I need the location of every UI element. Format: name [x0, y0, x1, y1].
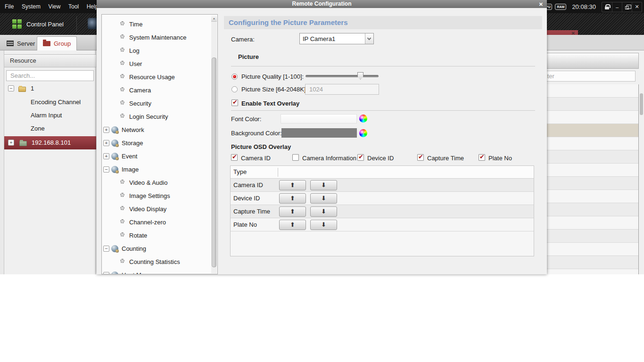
- right-scrollbar[interactable]: [640, 71, 643, 274]
- background-color-swatch[interactable]: [281, 128, 357, 138]
- background-color-picker-icon[interactable]: [359, 129, 367, 137]
- list-item[interactable]: [537, 111, 638, 124]
- list-item[interactable]: [537, 230, 638, 243]
- right-scrollbar-thumb[interactable]: [640, 93, 643, 115]
- slider-thumb[interactable]: [357, 72, 363, 80]
- dialog-tree-item-counting-statistics[interactable]: Counting Statistics: [102, 255, 210, 269]
- list-item[interactable]: [537, 216, 638, 230]
- device-id-checkbox[interactable]: ✔: [357, 154, 364, 161]
- move-down-button[interactable]: ⬇: [310, 206, 337, 217]
- dialog-tree-item-image[interactable]: −Image: [102, 163, 210, 176]
- dialog-tree-item-heat-map[interactable]: −Heat Map: [102, 269, 210, 274]
- dialog-titlebar[interactable]: Remote Configuration ✕: [97, 0, 547, 8]
- dialog-tree-scrollbar-thumb[interactable]: [212, 58, 216, 267]
- tree-item-zone[interactable]: Zone: [4, 122, 96, 135]
- expand-icon[interactable]: +: [8, 140, 14, 146]
- dialog-tree-item-rotate[interactable]: Rotate: [102, 229, 210, 242]
- left-panel-margin: [0, 50, 4, 274]
- list-item[interactable]: [537, 177, 638, 190]
- picture-size-input[interactable]: 1024: [305, 84, 379, 95]
- dialog-tree-item-user[interactable]: User: [102, 58, 210, 71]
- dialog-tree-item-log[interactable]: Log: [102, 44, 210, 58]
- menu-tool[interactable]: Tool: [68, 0, 79, 10]
- control-panel-label: Control Panel: [26, 21, 64, 28]
- dialog-tree-item-network[interactable]: +Network: [102, 123, 210, 137]
- list-item[interactable]: [537, 190, 638, 203]
- collapse-icon[interactable]: −: [103, 272, 109, 274]
- picture-quality-slider[interactable]: [305, 75, 379, 77]
- list-item[interactable]: [537, 243, 638, 256]
- combo-dropdown-button[interactable]: [365, 33, 373, 44]
- list-item[interactable]: [537, 150, 638, 164]
- menu-file[interactable]: File: [5, 0, 14, 10]
- capture-time-checkbox[interactable]: ✔: [417, 154, 424, 161]
- collapse-icon[interactable]: −: [103, 166, 109, 173]
- tree-item-encoding-channel[interactable]: Encoding Channel: [4, 96, 96, 109]
- control-panel-button[interactable]: Control Panel: [12, 17, 64, 31]
- move-down-button[interactable]: ⬇: [310, 220, 337, 230]
- list-item[interactable]: [537, 256, 638, 269]
- move-up-button[interactable]: ⬆: [279, 206, 306, 217]
- dialog-tree-item-video-audio[interactable]: Video & Audio: [102, 176, 210, 189]
- dialog-tree-item-login-security[interactable]: Login Security: [102, 110, 210, 123]
- move-down-button[interactable]: ⬇: [310, 180, 337, 190]
- minimize-button[interactable]: –: [612, 2, 622, 12]
- font-color-swatch[interactable]: [281, 114, 357, 123]
- restore-button[interactable]: [622, 2, 632, 12]
- dialog-tree-item-time[interactable]: Time: [102, 18, 210, 31]
- tab-group[interactable]: Group: [37, 36, 77, 50]
- tree-item-device-selected[interactable]: + 192.168.8.101: [4, 136, 96, 149]
- dialog-tree-item-channel-zero[interactable]: Channel-zero: [102, 216, 210, 229]
- list-item[interactable]: [537, 269, 638, 274]
- scroll-up-icon[interactable]: ▲: [211, 15, 217, 22]
- dialog-tree-item-security[interactable]: Security: [102, 97, 210, 110]
- list-item[interactable]: [537, 137, 638, 150]
- camera-id-checkbox[interactable]: ✔: [231, 154, 238, 161]
- tree-item-label: 1: [31, 85, 34, 92]
- move-up-button[interactable]: ⬆: [279, 193, 306, 204]
- chevron-down-icon: [367, 36, 371, 40]
- list-item-selected[interactable]: [537, 124, 638, 137]
- dialog-tree-item-camera[interactable]: Camera: [102, 84, 210, 97]
- tab-server[interactable]: Server: [1, 36, 41, 50]
- collapse-icon[interactable]: −: [103, 246, 109, 252]
- dialog-tree-item-counting[interactable]: −Counting: [102, 242, 210, 255]
- lock-button[interactable]: [602, 2, 612, 12]
- camera-information-checkbox[interactable]: [292, 154, 299, 161]
- filter-input[interactable]: Filter: [537, 71, 636, 82]
- list-item[interactable]: [537, 98, 638, 111]
- tree-item-alarm-input[interactable]: Alarm Input: [4, 109, 96, 122]
- enable-text-overlay-checkbox[interactable]: ✔: [231, 99, 238, 106]
- dialog-close-icon[interactable]: ✕: [539, 0, 543, 8]
- camera-select[interactable]: IP Camera1: [299, 33, 374, 44]
- menu-system[interactable]: System: [22, 0, 41, 10]
- check-icon: ✔: [232, 99, 238, 106]
- dialog-tree-item-event[interactable]: +Event: [102, 150, 210, 163]
- dialog-tree-scrollbar[interactable]: ▲: [211, 15, 217, 273]
- expand-icon[interactable]: +: [103, 127, 109, 133]
- expand-icon[interactable]: +: [103, 140, 109, 146]
- menu-view[interactable]: View: [49, 0, 61, 10]
- tree-item-group[interactable]: − 1: [4, 82, 96, 95]
- picture-size-radio[interactable]: [231, 86, 238, 92]
- dialog-tree-item-storage[interactable]: +Storage: [102, 137, 210, 150]
- list-item[interactable]: [537, 203, 638, 216]
- plate-no-checkbox[interactable]: ✔: [479, 154, 485, 161]
- dialog-tree-item-system-maintenance[interactable]: System Maintenance: [102, 31, 210, 44]
- dialog-tree-item-resource-usage[interactable]: Resource Usage: [102, 71, 210, 84]
- font-color-picker-icon[interactable]: [359, 115, 367, 123]
- dialog-tree-item-video-display[interactable]: Video Display: [102, 203, 210, 216]
- close-button[interactable]: ✕: [632, 2, 642, 12]
- collapse-icon[interactable]: −: [8, 85, 14, 91]
- list-item[interactable]: [537, 84, 638, 98]
- move-down-button[interactable]: ⬇: [310, 193, 337, 204]
- list-item[interactable]: [537, 164, 638, 177]
- search-input[interactable]: Search...: [6, 70, 94, 81]
- right-table-column-header[interactable]: [537, 53, 639, 69]
- move-up-button[interactable]: ⬆: [279, 180, 306, 190]
- expand-icon[interactable]: +: [103, 153, 109, 159]
- dialog-tree-item-image-settings[interactable]: Image Settings: [102, 189, 210, 203]
- move-up-button[interactable]: ⬆: [279, 220, 306, 230]
- column-divider[interactable]: [278, 168, 278, 177]
- picture-quality-radio[interactable]: [231, 74, 238, 80]
